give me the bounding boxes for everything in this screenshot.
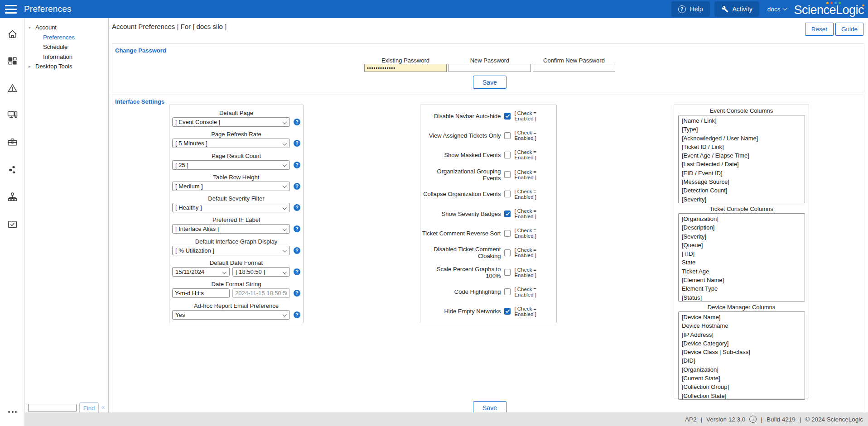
time-select[interactable]: [ 18:50:50 ] (232, 267, 290, 277)
ticket-console-columns-list[interactable]: [Organization][Description][Severity][Qu… (678, 213, 805, 302)
nav-tree-item[interactable]: Account (25, 23, 108, 33)
find-button[interactable]: Find (79, 402, 99, 413)
activity-button[interactable]: Activity (714, 1, 759, 17)
checkbox[interactable] (504, 269, 511, 276)
select-dropdown[interactable]: [ Medium ] (172, 182, 290, 191)
column-list-item[interactable]: [Type] (682, 125, 805, 134)
password-save-button[interactable]: Save (473, 76, 506, 89)
help-icon[interactable] (294, 119, 300, 125)
help-button[interactable]: Help (671, 1, 710, 17)
help-icon[interactable] (294, 290, 300, 297)
column-list-item[interactable]: [Device Class | Sub-class] (682, 348, 805, 356)
column-list-item[interactable]: Ticket Age (682, 267, 805, 276)
checkbox[interactable] (504, 211, 511, 217)
maps-icon[interactable] (0, 164, 25, 176)
dashboards-icon[interactable] (0, 55, 25, 67)
checkbox[interactable] (504, 132, 511, 139)
confirm-password-input[interactable] (533, 64, 615, 72)
tasks-icon[interactable] (0, 219, 25, 230)
column-list-item[interactable]: [Element Name] (682, 276, 805, 284)
help-icon[interactable] (294, 247, 300, 254)
column-list-item[interactable]: [Organization] (682, 365, 805, 374)
reset-button[interactable]: Reset (805, 23, 834, 36)
device-manager-columns-list[interactable]: [Device Name]Device Hostname[IP Address]… (678, 311, 805, 400)
column-list-item[interactable]: [Last Detected / Date] (682, 160, 805, 168)
select-dropdown[interactable]: [ Healthy ] (172, 203, 290, 212)
column-list-item[interactable]: [Severity] (682, 195, 805, 203)
top-bar: Preferences Help Activity docs ScienceLo… (0, 0, 868, 18)
more-icon[interactable] (0, 411, 25, 413)
column-list-item[interactable]: [Device Category] (682, 339, 805, 348)
column-list-item[interactable]: [TID] (682, 249, 805, 258)
nav-tree-item[interactable]: Desktop Tools (25, 62, 108, 72)
adhoc-select[interactable]: Yes (172, 310, 290, 320)
hamburger-menu-icon[interactable] (5, 5, 17, 14)
checkbox[interactable] (504, 113, 511, 120)
column-list-item[interactable]: [Device Name] (682, 313, 805, 321)
select-dropdown[interactable]: [ Interface Alias ] (172, 224, 290, 234)
checkbox[interactable] (504, 308, 511, 315)
column-list-item[interactable]: [Detection Count] (682, 186, 805, 195)
help-icon[interactable] (294, 204, 300, 211)
column-list-item[interactable]: Device Hostname (682, 321, 805, 330)
nav-tree-item[interactable]: Schedule (25, 42, 108, 52)
column-list-item[interactable]: [Description] (682, 223, 805, 232)
panel-collapse-icon[interactable]: « (101, 403, 105, 411)
user-menu[interactable]: docs (767, 6, 787, 13)
column-list-item[interactable]: [Ticket ID / Link] (682, 143, 805, 151)
column-list-item[interactable]: [Acknowledged / User Name] (682, 134, 805, 143)
nav-tree-item[interactable]: Information (25, 52, 108, 62)
column-list-item[interactable]: State (682, 258, 805, 267)
column-list-item[interactable]: Element Type (682, 284, 805, 293)
checkbox[interactable] (504, 171, 511, 178)
existing-password-input[interactable] (364, 64, 447, 72)
column-list-item[interactable]: [Queue] (682, 241, 805, 249)
sciencelogic-logo: ScienceLogic (794, 1, 864, 17)
column-list-item[interactable]: [Message Source] (682, 177, 805, 186)
date-format-string-input[interactable] (172, 288, 230, 298)
column-list-item[interactable]: [EID / Event ID] (682, 169, 805, 177)
help-icon[interactable] (294, 268, 300, 275)
column-list-item[interactable]: [DID] (682, 356, 805, 365)
column-list-item[interactable]: [Status] (682, 293, 805, 302)
device-manager-columns-title: Device Manager Columns (674, 304, 809, 310)
checkbox[interactable] (504, 152, 511, 158)
column-list-item[interactable]: [Collection Group] (682, 383, 805, 391)
select-dropdown[interactable]: [ 25 ] (172, 160, 290, 170)
column-list-item[interactable]: [IP Address] (682, 330, 805, 339)
nav-tree-item[interactable]: Preferences (25, 33, 108, 43)
new-password-input[interactable] (448, 64, 531, 72)
help-icon[interactable] (294, 162, 300, 168)
help-icon[interactable] (294, 311, 300, 318)
column-list-item[interactable]: [Organization] (682, 215, 805, 223)
info-icon[interactable] (749, 416, 757, 423)
tree-expander-icon[interactable] (29, 25, 35, 30)
event-console-columns-list[interactable]: [Name / Link][Type][Acknowledged / User … (678, 115, 805, 203)
column-list-item[interactable]: [Current State] (682, 374, 805, 383)
field-label: Default Severity Filter (169, 195, 303, 202)
column-list-item[interactable]: [Collection State] (682, 392, 805, 400)
home-icon[interactable] (0, 29, 25, 40)
checkbox[interactable] (504, 288, 511, 295)
organizations-icon[interactable] (0, 191, 25, 203)
select-dropdown[interactable]: [ Event Console ] (172, 117, 290, 127)
column-list-item[interactable]: [Severity] (682, 232, 805, 241)
checkbox[interactable] (504, 230, 511, 237)
select-dropdown[interactable]: [ % Utilization ] (172, 246, 290, 255)
checkbox[interactable] (504, 249, 511, 256)
guide-button[interactable]: Guide (835, 23, 863, 36)
help-icon[interactable] (294, 225, 300, 232)
business-services-icon[interactable] (0, 137, 25, 148)
help-icon[interactable] (294, 183, 300, 190)
help-icon[interactable] (294, 140, 300, 147)
date-select[interactable]: 15/11/2024 (172, 267, 230, 277)
events-icon[interactable] (0, 82, 25, 94)
tree-expander-icon[interactable] (29, 64, 35, 69)
checkbox[interactable] (504, 191, 511, 197)
select-dropdown[interactable]: [ 5 Minutes ] (172, 139, 290, 148)
devices-icon[interactable] (0, 109, 25, 120)
find-input[interactable] (28, 404, 77, 412)
column-list-item[interactable]: [Event Age / Elapse Time] (682, 151, 805, 160)
column-list-item[interactable]: [Name / Link] (682, 116, 805, 125)
change-password-panel: Change Password Existing Password New Pa… (112, 43, 864, 92)
